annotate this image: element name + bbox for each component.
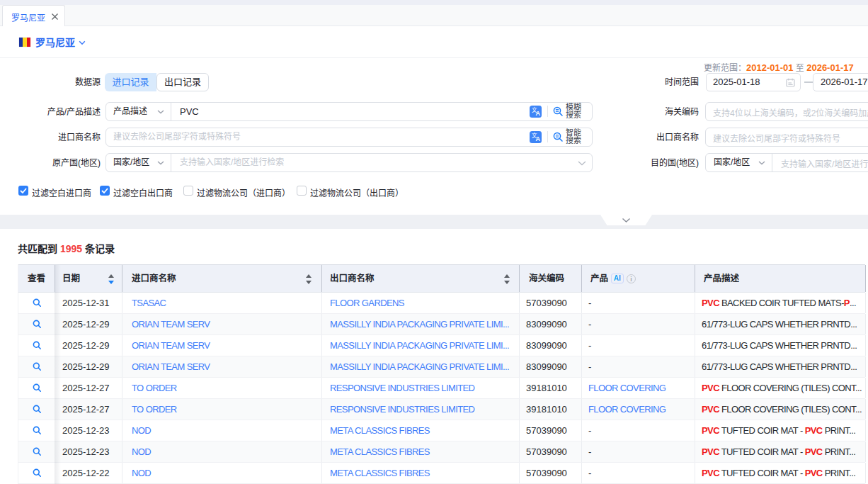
svg-text:A: A [536, 135, 541, 142]
svg-text:A: A [536, 110, 541, 117]
